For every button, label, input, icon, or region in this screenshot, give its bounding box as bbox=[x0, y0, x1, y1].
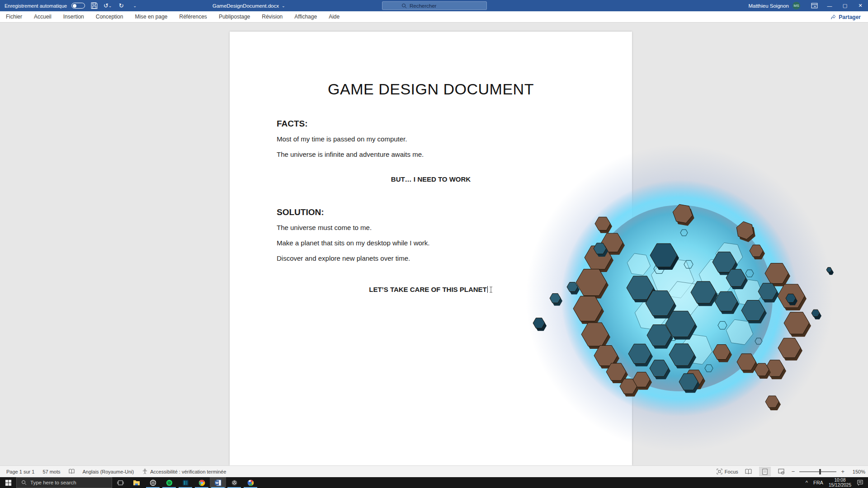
tab-affichage[interactable]: Affichage bbox=[288, 11, 323, 23]
autosave-toggle[interactable] bbox=[71, 3, 85, 9]
chatgpt-app-button[interactable] bbox=[145, 477, 161, 488]
window-panes-icon bbox=[182, 479, 189, 486]
word-title-bar: Enregistrement automatique ↺⌄ ↻ ⌄ GameDe… bbox=[0, 0, 868, 11]
chatgpt-icon bbox=[150, 479, 156, 486]
text-caret bbox=[487, 286, 488, 293]
doc-heading-facts: FACTS: bbox=[277, 119, 585, 129]
user-name[interactable]: Matthieu Soignon bbox=[748, 3, 789, 9]
tab-publipostage[interactable]: Publipostage bbox=[213, 11, 256, 23]
pinwheel-icon bbox=[247, 479, 254, 486]
focus-mode-button[interactable]: Focus bbox=[717, 469, 738, 474]
language-switcher[interactable]: FRA bbox=[813, 480, 823, 485]
file-explorer-icon bbox=[133, 479, 140, 486]
spotify-icon bbox=[166, 479, 173, 486]
pinwheel-app-button[interactable] bbox=[242, 477, 259, 488]
focus-icon bbox=[717, 469, 722, 474]
print-layout-button[interactable] bbox=[759, 467, 771, 476]
task-view-button[interactable] bbox=[112, 477, 128, 488]
word-app-button[interactable]: W bbox=[210, 477, 226, 488]
chrome-app-button[interactable] bbox=[193, 477, 210, 488]
tab-aide[interactable]: Aide bbox=[323, 11, 345, 23]
word-count[interactable]: 57 mots bbox=[42, 469, 60, 474]
tab-accueil[interactable]: Accueil bbox=[28, 11, 57, 23]
taskbar-search-input[interactable]: Type here to search bbox=[16, 477, 112, 488]
window-panes-app-button[interactable] bbox=[177, 477, 193, 488]
read-mode-button[interactable] bbox=[743, 467, 755, 476]
page-indicator[interactable]: Page 1 sur 1 bbox=[6, 469, 34, 474]
accessibility-status[interactable]: Accessibilité : vérification terminée bbox=[142, 469, 226, 474]
tab-conception[interactable]: Conception bbox=[90, 11, 129, 23]
share-button[interactable]: Partager bbox=[827, 11, 864, 23]
doc-paragraph: Most of my time is passed on my computer… bbox=[277, 135, 585, 143]
unity-app-button[interactable] bbox=[226, 477, 242, 488]
tab-revision[interactable]: Révision bbox=[256, 11, 288, 23]
tray-chevron-icon[interactable]: ^ bbox=[806, 480, 808, 485]
chrome-icon bbox=[198, 479, 205, 486]
zoom-slider[interactable] bbox=[799, 471, 836, 472]
restore-button[interactable]: ▢ bbox=[837, 0, 853, 11]
search-input[interactable]: Rechercher bbox=[382, 1, 487, 10]
planet-widget[interactable] bbox=[524, 142, 835, 454]
svg-text:W: W bbox=[215, 480, 219, 484]
tab-references[interactable]: Références bbox=[174, 11, 213, 23]
spotify-app-button[interactable] bbox=[161, 477, 177, 488]
file-explorer-button[interactable] bbox=[128, 477, 145, 488]
title-chevron-icon: ⌄ bbox=[282, 4, 285, 8]
redo-button[interactable]: ↻ bbox=[117, 2, 126, 10]
document-title[interactable]: GameDesignDocument.docx ⌄ bbox=[212, 0, 285, 11]
autosave-label: Enregistrement automatique bbox=[5, 3, 67, 9]
search-icon bbox=[401, 3, 407, 9]
doc-heading-main: GAME DESIGN DOCUMENT bbox=[277, 80, 585, 98]
save-icon[interactable] bbox=[90, 2, 99, 10]
unity-icon bbox=[231, 479, 238, 486]
quick-access-more-icon[interactable]: ⌄ bbox=[130, 2, 139, 10]
taskbar-clock[interactable]: 10:08 15/12/2025 bbox=[829, 478, 851, 488]
word-status-bar: Page 1 sur 1 57 mots Anglais (Royaume-Un… bbox=[0, 465, 868, 477]
windows-taskbar: Type here to search W ^ FRA 10:08 bbox=[0, 477, 868, 488]
zoom-level[interactable]: 150% bbox=[849, 469, 865, 474]
ibeam-cursor bbox=[489, 286, 493, 293]
start-button[interactable] bbox=[0, 477, 16, 488]
language-indicator[interactable]: Anglais (Royaume-Uni) bbox=[83, 469, 134, 474]
accessibility-icon bbox=[142, 469, 148, 474]
tab-mise-en-page[interactable]: Mise en page bbox=[129, 11, 173, 23]
close-button[interactable]: ✕ bbox=[853, 0, 868, 11]
action-center-icon[interactable] bbox=[857, 479, 863, 486]
undo-button[interactable]: ↺⌄ bbox=[103, 2, 112, 10]
ribbon-display-options-icon[interactable] bbox=[807, 0, 822, 11]
proofing-icon[interactable] bbox=[69, 469, 75, 474]
avatar[interactable]: MS bbox=[793, 2, 800, 9]
ribbon-tab-bar: Fichier Accueil Insertion Conception Mis… bbox=[0, 11, 868, 23]
search-icon bbox=[21, 480, 27, 485]
tab-fichier[interactable]: Fichier bbox=[0, 11, 28, 23]
zoom-out-button[interactable]: − bbox=[792, 468, 795, 475]
share-icon bbox=[830, 14, 836, 20]
web-layout-button[interactable] bbox=[775, 467, 787, 476]
minimize-button[interactable]: — bbox=[822, 0, 837, 11]
zoom-in-button[interactable]: + bbox=[841, 468, 844, 475]
word-icon: W bbox=[215, 479, 222, 486]
tab-insertion[interactable]: Insertion bbox=[57, 11, 90, 23]
